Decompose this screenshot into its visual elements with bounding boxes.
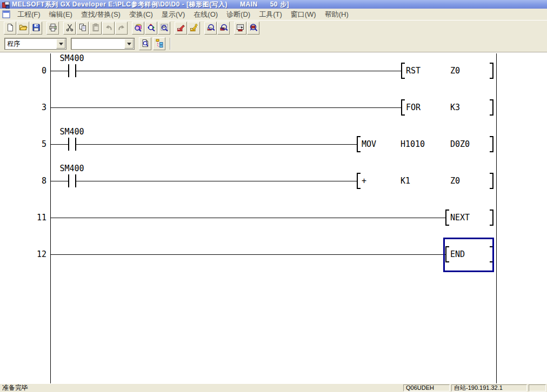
- toolbar-group: [132, 22, 170, 35]
- contact-bar-left[interactable]: [68, 64, 69, 77]
- status-bar: 准备完毕 Q06UDEH 自站-190.191.32.1: [0, 383, 547, 392]
- undo-icon: [104, 23, 113, 33]
- instruction-operand[interactable]: D0Z0: [450, 140, 470, 148]
- project-data-list-button[interactable]: [153, 37, 165, 50]
- left-power-rail: [50, 53, 51, 383]
- cut-button[interactable]: [63, 22, 76, 35]
- instruction-open-bracket: [401, 99, 405, 116]
- monitor-write-mode-button[interactable]: [188, 22, 200, 35]
- toolbar-separator: [170, 38, 171, 50]
- device-monitor-icon: [249, 23, 258, 33]
- save-icon: [32, 23, 41, 33]
- zoom-document-button[interactable]: [139, 37, 151, 50]
- menu-item-edit[interactable]: 编辑(E): [45, 8, 77, 21]
- rung-wire: [50, 144, 68, 145]
- find-instruction-button[interactable]: [158, 22, 170, 35]
- gx-developer-window: MELSOFT系列 GX Developer E:\PLC参考样例\D0\D0 …: [0, 0, 547, 392]
- open-folder-button[interactable]: [17, 22, 29, 35]
- monitor-write-mode-icon: [190, 23, 198, 33]
- write-mode-button[interactable]: [175, 22, 187, 35]
- instruction-mnemonic[interactable]: RST: [406, 66, 421, 75]
- rung-wire: [76, 181, 357, 181]
- copy-icon: [78, 23, 87, 33]
- instruction-operand[interactable]: Z0: [450, 66, 460, 75]
- write-mode-icon: [177, 23, 185, 33]
- step-number: 11: [0, 213, 46, 222]
- find-device-button[interactable]: [145, 22, 157, 35]
- paste-icon: [91, 23, 100, 33]
- toolbar-group: [234, 22, 259, 35]
- print-button[interactable]: [46, 22, 59, 35]
- new-file-button[interactable]: [4, 22, 16, 35]
- menu-item-convert[interactable]: 变换(C): [125, 8, 157, 21]
- toolbar-group: [204, 22, 230, 35]
- instruction-mnemonic[interactable]: MOV: [362, 140, 376, 148]
- menu-items: 工程(F)编辑(E)查找/替换(S)变换(C)显示(V)在线(O)诊断(D)工具…: [13, 8, 353, 21]
- program-type-value: 程序: [5, 39, 56, 49]
- menu-item-diagnostics[interactable]: 诊断(D): [222, 8, 255, 21]
- instruction-open-bracket: [357, 173, 361, 189]
- project-data-list-icon: [155, 39, 164, 49]
- contact-bar-left[interactable]: [68, 174, 69, 187]
- step-number: 3: [0, 103, 46, 112]
- menu-item-tools[interactable]: 工具(T): [255, 8, 286, 21]
- find-contact-icon: [134, 23, 143, 33]
- instruction-mnemonic[interactable]: NEXT: [450, 213, 470, 222]
- paste-button: [89, 22, 102, 35]
- instruction-operand[interactable]: H1010: [401, 140, 425, 148]
- selection-cursor[interactable]: [443, 238, 494, 272]
- menu-item-window[interactable]: 窗口(W): [286, 8, 321, 21]
- instruction-close-bracket: [490, 136, 493, 152]
- read-mode-button[interactable]: [204, 22, 217, 35]
- step-number: 0: [0, 66, 46, 75]
- cpu-type-panel: Q06UDEH: [403, 384, 450, 391]
- chevron-down-icon: [127, 43, 131, 45]
- menu-item-project[interactable]: 工程(F): [13, 8, 45, 21]
- toolbar-group: [46, 22, 59, 35]
- contact-bar-left[interactable]: [68, 138, 69, 151]
- find-contact-button[interactable]: [132, 22, 144, 35]
- program-type-combobox[interactable]: 程序: [4, 38, 66, 50]
- contact-label: SM400: [55, 164, 89, 173]
- monitor-mode-button[interactable]: [217, 22, 230, 35]
- app-icon: [2, 1, 10, 8]
- step-number: 12: [0, 250, 46, 259]
- chevron-down-icon: [59, 43, 63, 45]
- status-message: 准备完毕: [2, 383, 402, 392]
- toolbar-group: [4, 22, 42, 35]
- menu-item-view[interactable]: 显示(V): [157, 8, 189, 21]
- save-button[interactable]: [30, 22, 42, 35]
- connection-panel: 自站-190.191.32.1: [451, 384, 527, 391]
- ladder-monitor-button[interactable]: [234, 22, 246, 35]
- instruction-mnemonic[interactable]: +: [362, 177, 366, 185]
- find-instruction-icon: [160, 23, 169, 33]
- menu-item-help[interactable]: 帮助(H): [321, 8, 353, 21]
- menu-item-find[interactable]: 查找/替换(S): [77, 8, 125, 21]
- find-device-icon: [147, 23, 156, 33]
- ladder-monitor-icon: [236, 23, 245, 33]
- program-combo-dropdown-button[interactable]: [56, 39, 65, 49]
- rung-wire: [50, 254, 445, 255]
- data-combo-dropdown-button[interactable]: [124, 39, 134, 49]
- rung-wire: [50, 181, 68, 181]
- read-mode-icon: [206, 23, 215, 33]
- instruction-operand[interactable]: Z0: [450, 177, 460, 185]
- step-number: 8: [0, 177, 46, 185]
- instruction-operand[interactable]: K1: [401, 177, 410, 185]
- ladder-canvas[interactable]: 0SM400RSTZ03FORK35SM400MOVH1010D0Z08SM40…: [0, 52, 547, 383]
- data-name-combobox[interactable]: [71, 38, 135, 50]
- redo-button: [115, 22, 128, 35]
- main-toolbar: [0, 21, 547, 36]
- instruction-open-bracket: [357, 136, 361, 152]
- device-monitor-button[interactable]: [247, 22, 259, 35]
- toolbar-group: [63, 22, 128, 35]
- instruction-mnemonic[interactable]: FOR: [406, 103, 421, 112]
- menu-item-online[interactable]: 在线(O): [189, 8, 222, 21]
- copy-button[interactable]: [76, 22, 89, 35]
- instruction-close-bracket: [490, 209, 493, 226]
- mdi-child-icon[interactable]: [2, 10, 11, 18]
- monitor-mode-icon: [219, 23, 228, 33]
- instruction-operand[interactable]: K3: [450, 103, 460, 112]
- menu-bar: 工程(F)编辑(E)查找/替换(S)变换(C)显示(V)在线(O)诊断(D)工具…: [0, 9, 547, 21]
- instruction-open-bracket: [445, 209, 449, 226]
